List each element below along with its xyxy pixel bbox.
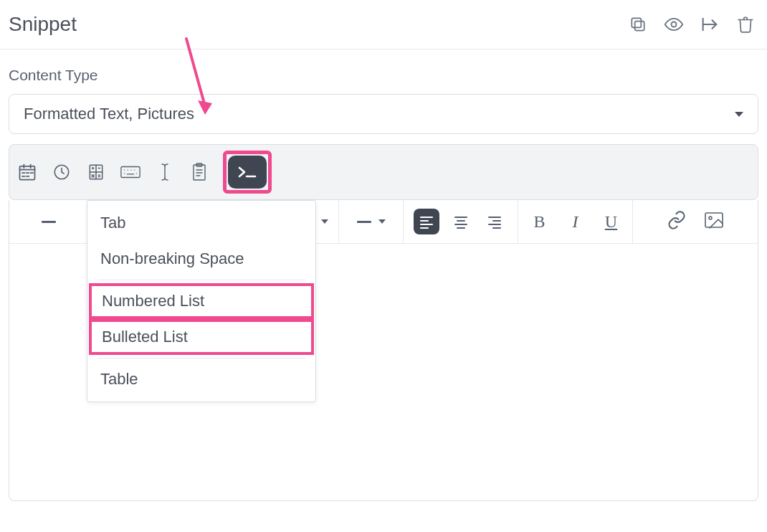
dropdown-separator (97, 358, 305, 358)
insert-time-button[interactable] (51, 161, 72, 183)
align-right-icon (486, 213, 503, 230)
dropdown-item-bulleted-list[interactable]: Bulleted List (89, 319, 314, 355)
header-bar: Snippet (0, 0, 767, 49)
dropdown-item-numbered-list[interactable]: Numbered List (89, 283, 314, 319)
minus-icon (42, 221, 56, 223)
align-left-button[interactable] (414, 209, 439, 234)
font-size-stepper[interactable] (9, 200, 88, 243)
svg-point-2 (672, 22, 677, 27)
insert-toolbar (9, 144, 758, 200)
svg-point-52 (709, 217, 712, 219)
italic-button[interactable]: I (565, 212, 586, 232)
content-type-select[interactable]: Formatted Text, Pictures (9, 94, 758, 134)
insert-math-button[interactable] (85, 161, 107, 183)
export-arrow-icon (700, 14, 720, 34)
align-left-icon (418, 213, 435, 230)
svg-rect-1 (632, 18, 641, 27)
line-style-select[interactable] (339, 200, 404, 243)
trash-icon (736, 15, 755, 34)
insert-image-button[interactable] (704, 212, 724, 232)
keyboard-icon (120, 163, 141, 181)
calculator-icon (87, 163, 105, 181)
align-center-icon (452, 213, 470, 230)
insert-key-button[interactable] (120, 161, 141, 183)
clock-icon (52, 163, 71, 181)
insert-special-dropdown: Tab Non-breaking Space Numbered List Bul… (87, 200, 316, 402)
insert-date-button[interactable] (16, 161, 38, 183)
align-right-button[interactable] (482, 209, 508, 234)
terminal-icon (235, 162, 259, 182)
bold-button[interactable]: B (529, 212, 551, 232)
alignment-group (404, 200, 518, 243)
insert-terminal-highlight (223, 151, 272, 194)
insert-cursor-button[interactable] (154, 161, 176, 183)
calendar-icon (17, 162, 37, 182)
insert-clipboard-button[interactable] (189, 161, 210, 183)
text-style-group: B I U (518, 200, 633, 243)
insert-special-button[interactable] (228, 156, 267, 189)
chevron-down-icon (735, 112, 743, 117)
insert-group (633, 200, 758, 243)
content-type-label: Content Type (0, 49, 767, 94)
text-cursor-icon (158, 162, 172, 182)
delete-button[interactable] (735, 14, 756, 34)
dropdown-item-tab[interactable]: Tab (87, 205, 315, 241)
link-icon (667, 210, 687, 230)
format-toolbar: B I U Tab Non-breaking Space Numbered Li… (9, 200, 758, 243)
content-type-value: Formatted Text, Pictures (24, 105, 194, 123)
preview-button[interactable] (664, 14, 684, 34)
insert-link-button[interactable] (667, 210, 687, 233)
svg-rect-0 (635, 22, 644, 31)
chevron-down-icon (321, 219, 328, 224)
dropdown-separator (97, 280, 305, 280)
align-center-button[interactable] (448, 209, 474, 234)
chevron-down-icon (378, 219, 386, 224)
minus-icon (357, 221, 371, 223)
eye-icon (664, 14, 684, 35)
page-title: Snippet (9, 13, 77, 36)
svg-rect-51 (705, 213, 723, 227)
copy-button[interactable] (628, 14, 648, 34)
clipboard-icon (191, 162, 208, 182)
export-button[interactable] (700, 14, 720, 34)
underline-button[interactable]: U (601, 212, 622, 232)
copy-icon (629, 15, 647, 34)
dropdown-item-nbsp[interactable]: Non-breaking Space (87, 241, 315, 277)
image-icon (704, 212, 724, 229)
svg-rect-25 (121, 167, 140, 178)
dropdown-item-table[interactable]: Table (87, 361, 315, 397)
header-actions (628, 14, 756, 34)
